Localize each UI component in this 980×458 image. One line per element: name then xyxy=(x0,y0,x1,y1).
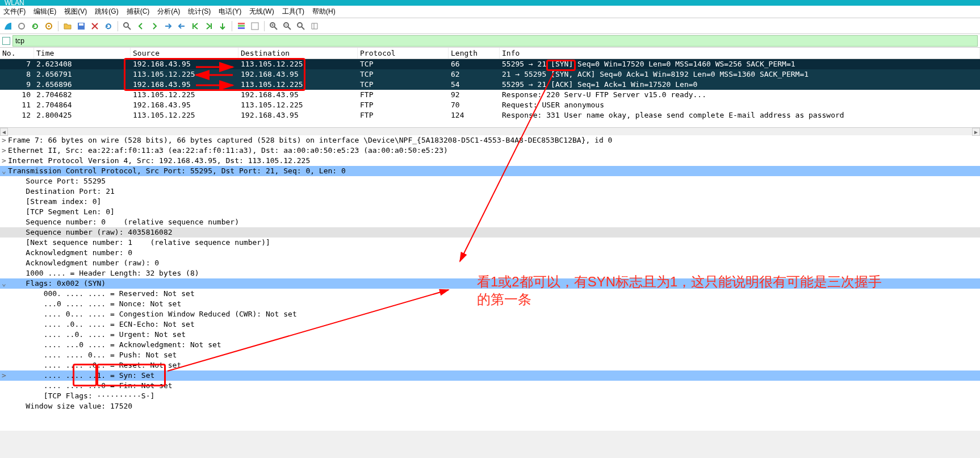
save-icon[interactable] xyxy=(76,20,87,32)
menu-go[interactable]: 跳转(G) xyxy=(95,7,118,16)
menu-capture[interactable]: 捕获(C) xyxy=(127,7,150,16)
packet-cell-no: 8 xyxy=(0,69,34,80)
col-header-info[interactable]: Info xyxy=(500,48,980,59)
packet-row[interactable]: 82.656791113.105.12.225192.168.43.95TCP6… xyxy=(0,69,980,80)
back-icon[interactable] xyxy=(135,20,146,32)
packet-row[interactable]: 122.800425113.105.12.225192.168.43.95FTP… xyxy=(0,110,980,120)
col-header-dst[interactable]: Destination xyxy=(238,48,358,59)
scroll-left-icon[interactable]: ◄ xyxy=(0,128,8,136)
detail-text: [TCP Flags: ··········S·] xyxy=(44,392,155,400)
svg-rect-7 xyxy=(238,23,245,24)
packet-list[interactable]: 72.623408192.168.43.95113.105.12.225TCP6… xyxy=(0,59,980,127)
detail-text: Frame 7: 66 bytes on wire (528 bits), 66… xyxy=(8,136,612,144)
autoscroll-icon[interactable] xyxy=(217,20,228,32)
menu-analyze[interactable]: 分析(A) xyxy=(157,7,180,16)
detail-line[interactable]: Source Port: 55295 xyxy=(0,176,980,186)
detail-text: .... .0.. .... = ECN-Echo: Not set xyxy=(44,320,195,328)
detail-line[interactable]: .... ..0. .... = Urgent: Not set xyxy=(0,330,980,340)
detail-text: .... ...0 .... = Acknowledgment: Not set xyxy=(44,340,221,349)
horizontal-scrollbar[interactable]: ◄ ► xyxy=(0,127,980,135)
detail-line[interactable]: >Ethernet II, Src: ea:22:af:f0:11:a3 (ea… xyxy=(0,145,980,156)
packet-row[interactable]: 102.704682113.105.12.225192.168.43.95FTP… xyxy=(0,90,980,100)
detail-line[interactable]: 1000 .... = Header Length: 32 bytes (8) xyxy=(0,268,980,278)
detail-line[interactable]: Sequence number: 0 (relative sequence nu… xyxy=(0,217,980,227)
colorize-icon[interactable] xyxy=(236,20,247,32)
packet-row[interactable]: 72.623408192.168.43.95113.105.12.225TCP6… xyxy=(0,59,980,69)
col-header-proto[interactable]: Protocol xyxy=(358,48,449,59)
display-filter-input[interactable] xyxy=(12,35,978,47)
expand-icon[interactable]: > xyxy=(0,135,8,145)
jump-last-icon[interactable] xyxy=(176,20,187,32)
menu-tools[interactable]: 工具(T) xyxy=(282,7,304,16)
packet-details[interactable]: >Frame 7: 66 bytes on wire (528 bits), 6… xyxy=(0,135,980,431)
last-icon[interactable] xyxy=(203,20,215,32)
zoom-fit-icon[interactable] xyxy=(295,20,307,32)
circle-icon[interactable] xyxy=(16,20,27,32)
menu-edit[interactable]: 编辑(E) xyxy=(33,7,56,16)
packet-row[interactable]: 112.704864192.168.43.95113.105.12.225FTP… xyxy=(0,100,980,110)
options-icon[interactable] xyxy=(43,20,55,32)
detail-line[interactable]: .... 0... .... = Congestion Window Reduc… xyxy=(0,309,980,319)
detail-line[interactable]: Destination Port: 21 xyxy=(0,186,980,197)
detail-line[interactable]: [TCP Flags: ··········S·] xyxy=(0,391,980,401)
zoom-out-icon[interactable] xyxy=(282,20,293,32)
detail-line[interactable]: 000. .... .... = Reserved: Not set xyxy=(0,289,980,299)
collapse-icon[interactable]: ⌄ xyxy=(0,166,8,176)
detail-line[interactable]: Acknowledgment number: 0 xyxy=(0,248,980,258)
filter-bookmark-icon[interactable] xyxy=(2,37,10,45)
col-header-no[interactable]: No. xyxy=(0,48,34,59)
menu-help[interactable]: 帮助(H) xyxy=(312,7,336,16)
col-header-src[interactable]: Source xyxy=(131,48,238,59)
detail-line[interactable]: Sequence number (raw): 4035816082 xyxy=(0,227,980,238)
menu-tele[interactable]: 电话(Y) xyxy=(219,7,241,16)
toolbar-separator-3 xyxy=(232,21,232,31)
menu-view[interactable]: 视图(V) xyxy=(64,7,87,16)
detail-line[interactable]: .... .... ...0 = Fin: Not set xyxy=(0,381,980,391)
reload-icon[interactable] xyxy=(103,20,114,32)
shark-fin-icon[interactable] xyxy=(2,20,14,32)
jump-icon[interactable] xyxy=(162,20,174,32)
expand-icon[interactable]: > xyxy=(0,370,8,381)
detail-line[interactable]: > .... .... ..1. = Syn: Set xyxy=(0,370,980,381)
detail-line[interactable]: .... ...0 .... = Acknowledgment: Not set xyxy=(0,340,980,350)
detail-line[interactable]: [TCP Segment Len: 0] xyxy=(0,207,980,217)
col-header-len[interactable]: Length xyxy=(449,48,500,59)
open-icon[interactable] xyxy=(62,20,73,32)
detail-line[interactable]: .... .0.. .... = ECN-Echo: Not set xyxy=(0,319,980,330)
zoom-reset-icon[interactable] xyxy=(249,20,261,32)
tree-spacer xyxy=(0,227,8,238)
tree-spacer xyxy=(0,207,8,217)
packet-cell-proto: TCP xyxy=(358,80,449,90)
collapse-icon[interactable]: ⌄ xyxy=(0,278,8,289)
scroll-right-icon[interactable]: ► xyxy=(972,128,980,136)
detail-line[interactable]: .... .... 0... = Push: Not set xyxy=(0,350,980,360)
resize-cols-icon[interactable] xyxy=(309,20,320,32)
zoom-in-icon[interactable] xyxy=(268,20,279,32)
expand-icon[interactable]: > xyxy=(0,145,8,156)
packet-cell-time: 2.623408 xyxy=(34,59,131,69)
detail-line[interactable]: >Frame 7: 66 bytes on wire (528 bits), 6… xyxy=(0,135,980,145)
menu-stats[interactable]: 统计(S) xyxy=(188,7,211,16)
first-icon[interactable] xyxy=(190,20,201,32)
expand-icon[interactable]: > xyxy=(0,156,8,166)
menu-file[interactable]: 文件(F) xyxy=(3,7,26,16)
packet-cell-info: Response: 331 User name okay, please sen… xyxy=(500,110,980,120)
forward-icon[interactable] xyxy=(149,20,160,32)
detail-line[interactable]: Window size value: 17520 xyxy=(0,401,980,411)
detail-line[interactable]: Acknowledgment number (raw): 0 xyxy=(0,258,980,268)
detail-line[interactable]: ...0 .... .... = Nonce: Not set xyxy=(0,299,980,309)
packet-cell-src: 192.168.43.95 xyxy=(131,100,238,110)
detail-line[interactable]: ⌄ Flags: 0x002 (SYN) xyxy=(0,278,980,289)
find-icon[interactable] xyxy=(122,20,133,32)
detail-line[interactable]: [Stream index: 0] xyxy=(0,197,980,207)
restart-icon[interactable] xyxy=(30,20,41,32)
col-header-time[interactable]: Time xyxy=(34,48,131,59)
menu-wireless[interactable]: 无线(W) xyxy=(249,7,274,16)
packet-cell-info: Request: USER anonymous xyxy=(500,100,980,110)
detail-line[interactable]: .... .... .0.. = Reset: Not set xyxy=(0,360,980,370)
detail-line[interactable]: >Internet Protocol Version 4, Src: 192.1… xyxy=(0,156,980,166)
close-icon[interactable] xyxy=(89,20,100,32)
detail-line[interactable]: [Next sequence number: 1 (relative seque… xyxy=(0,238,980,248)
packet-row[interactable]: 92.656896192.168.43.95113.105.12.225TCP5… xyxy=(0,80,980,90)
detail-line[interactable]: ⌄Transmission Control Protocol, Src Port… xyxy=(0,166,980,176)
